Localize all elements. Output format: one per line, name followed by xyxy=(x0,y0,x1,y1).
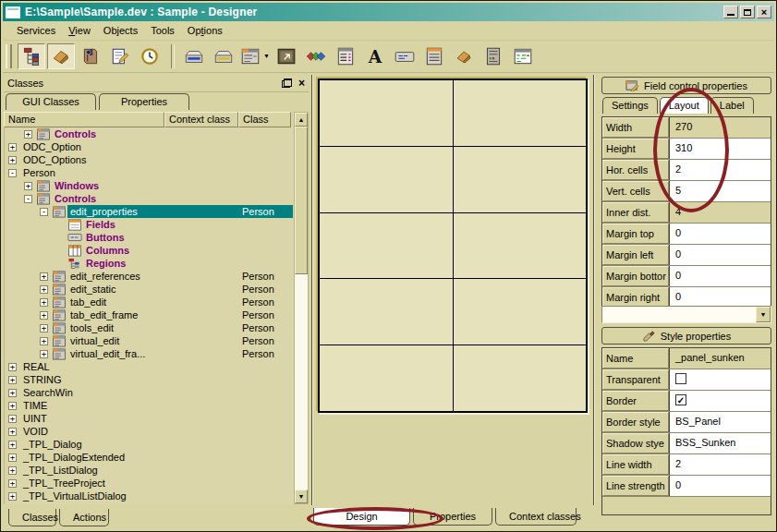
toolbar-button-font[interactable]: A xyxy=(361,43,389,69)
toolbar-button-list-window[interactable] xyxy=(420,43,448,69)
tab-label[interactable]: Label xyxy=(710,97,754,114)
maximize-button[interactable] xyxy=(740,6,755,18)
tab-properties[interactable]: Properties xyxy=(99,93,189,110)
toolbar-button-code-window[interactable] xyxy=(509,43,537,69)
float-panel-button[interactable] xyxy=(282,79,292,88)
property-value[interactable]: 0 xyxy=(669,266,771,286)
tab-classes[interactable]: Classes xyxy=(8,509,56,526)
expand-icon[interactable]: + xyxy=(8,479,17,488)
tree-item-string[interactable]: +STRING xyxy=(5,373,293,386)
tab-settings[interactable]: Settings xyxy=(602,97,658,114)
style-selector[interactable]: ▼ xyxy=(601,306,771,323)
design-canvas[interactable] xyxy=(318,79,588,413)
toolbar-button-classes-tree[interactable] xyxy=(18,43,45,69)
expand-icon[interactable]: + xyxy=(40,285,48,294)
expand-icon[interactable]: + xyxy=(24,182,32,190)
tree-item-controls[interactable]: -Controls xyxy=(5,192,293,205)
tab-design[interactable]: Design xyxy=(313,508,410,526)
property-value[interactable]: 0 xyxy=(669,224,771,244)
toolbar-button-clock[interactable] xyxy=(136,43,164,69)
expand-icon[interactable]: + xyxy=(40,324,48,332)
combo-dropdown-button[interactable]: ▼ xyxy=(756,307,771,322)
tab-layout[interactable]: Layout xyxy=(660,97,709,114)
tree-item-odc-option[interactable]: +ODC_Option xyxy=(5,140,293,153)
close-button[interactable]: × xyxy=(757,6,771,18)
expand-icon[interactable]: + xyxy=(8,402,17,410)
toolbar-button-drawer-blue[interactable] xyxy=(180,43,208,69)
tree-item-regions[interactable]: Regions xyxy=(5,257,293,270)
tab-actions[interactable]: Actions xyxy=(59,509,109,526)
expand-icon[interactable]: + xyxy=(8,415,17,423)
toolbar-button-report[interactable] xyxy=(332,43,359,69)
design-grid-cell[interactable] xyxy=(454,345,587,411)
tree-item-fields[interactable]: Fields xyxy=(5,218,293,231)
expand-icon[interactable]: + xyxy=(8,492,17,501)
toolbar-button-button[interactable] xyxy=(391,43,419,69)
tree-item-person[interactable]: -Person xyxy=(5,166,293,179)
tree-item-tpl-dialogextended[interactable]: +_TPL_DialogExtended xyxy=(5,451,293,464)
property-value[interactable]: 310 xyxy=(669,139,771,159)
expand-icon[interactable]: + xyxy=(8,143,17,151)
property-value[interactable]: 270 xyxy=(669,117,771,138)
property-value[interactable]: 0 xyxy=(669,287,771,308)
tree-item-controls[interactable]: +Controls xyxy=(5,127,293,140)
design-grid-cell[interactable] xyxy=(454,279,587,345)
toolbar-button-eraser[interactable] xyxy=(47,43,75,69)
style-properties-button[interactable]: Style properties xyxy=(601,327,771,345)
checkbox-unchecked-icon[interactable] xyxy=(675,373,686,384)
tree-item-edit-references[interactable]: +edit_referencesPerson xyxy=(5,270,293,283)
checkbox-checked-icon[interactable]: ✓ xyxy=(675,394,686,405)
toolbar-button-form-window[interactable]: ▼ xyxy=(239,43,271,69)
expand-icon[interactable]: + xyxy=(40,272,48,281)
tree-item-void[interactable]: +VOID xyxy=(5,425,293,438)
dropdown-arrow-icon[interactable]: ▼ xyxy=(263,53,270,59)
toolbar-button-book[interactable] xyxy=(77,43,104,69)
tree-item-tpl-listdialog[interactable]: +_TPL_ListDialog xyxy=(5,464,293,477)
property-value[interactable]: 4 xyxy=(669,202,771,223)
expand-icon[interactable]: + xyxy=(8,466,17,475)
menu-item-services[interactable]: Services xyxy=(10,23,62,38)
tree-item-real[interactable]: +REAL xyxy=(5,360,293,373)
menu-item-options[interactable]: Options xyxy=(181,23,229,38)
property-value[interactable]: 2 xyxy=(669,454,771,475)
scrollbar-thumb[interactable] xyxy=(295,127,308,274)
close-panel-button[interactable]: × xyxy=(298,79,305,88)
toolbar-button-image[interactable] xyxy=(273,43,300,69)
minimize-button[interactable] xyxy=(723,6,738,18)
expand-icon[interactable]: + xyxy=(40,311,48,320)
toolbar-button-server[interactable] xyxy=(480,43,507,69)
expand-icon[interactable]: + xyxy=(40,350,48,358)
expand-icon[interactable]: + xyxy=(8,428,17,436)
toolbar-button-links[interactable] xyxy=(302,43,330,69)
scroll-down-button[interactable]: ▼ xyxy=(295,490,308,503)
tab-context-classes[interactable]: Context classes xyxy=(495,508,577,526)
design-grid-cell[interactable] xyxy=(320,345,453,411)
property-value[interactable]: BSS_Sunken xyxy=(669,433,771,453)
property-value[interactable]: 5 xyxy=(669,181,771,201)
property-value[interactable]: 0 xyxy=(669,476,771,496)
tree-item-odc-options[interactable]: +ODC_Options xyxy=(5,153,293,166)
tree-item-virtual-edit[interactable]: +virtual_editPerson xyxy=(5,334,293,347)
collapse-icon[interactable]: - xyxy=(24,195,32,203)
expand-icon[interactable]: + xyxy=(8,363,17,371)
left-splitter[interactable] xyxy=(311,75,313,505)
column-header-class[interactable]: Class xyxy=(238,112,291,127)
tree-item-edit-properties[interactable]: -edit_propertiesPerson xyxy=(5,205,293,218)
property-value[interactable] xyxy=(669,369,771,390)
menu-item-tools[interactable]: Tools xyxy=(144,23,181,38)
design-grid-cell[interactable] xyxy=(320,213,453,279)
tree-item-edit-static[interactable]: +edit_staticPerson xyxy=(5,283,293,296)
collapse-icon[interactable]: - xyxy=(8,169,17,177)
property-value[interactable]: 0 xyxy=(669,245,771,265)
tree-item-time[interactable]: +TIME xyxy=(5,399,293,412)
property-value[interactable]: _panel_sunken xyxy=(669,348,771,369)
column-header-name[interactable]: Name xyxy=(4,112,164,127)
tree-item-windows[interactable]: +Windows xyxy=(5,179,293,192)
design-grid-cell[interactable] xyxy=(320,279,453,345)
property-value[interactable]: BS_Panel xyxy=(669,412,771,432)
property-value[interactable]: ✓ xyxy=(669,391,771,411)
expand-icon[interactable]: + xyxy=(40,298,48,307)
tab-properties[interactable]: Properties xyxy=(413,508,492,526)
tree-item-tools-edit[interactable]: +tools_editPerson xyxy=(5,321,293,334)
expand-icon[interactable]: + xyxy=(8,441,17,449)
